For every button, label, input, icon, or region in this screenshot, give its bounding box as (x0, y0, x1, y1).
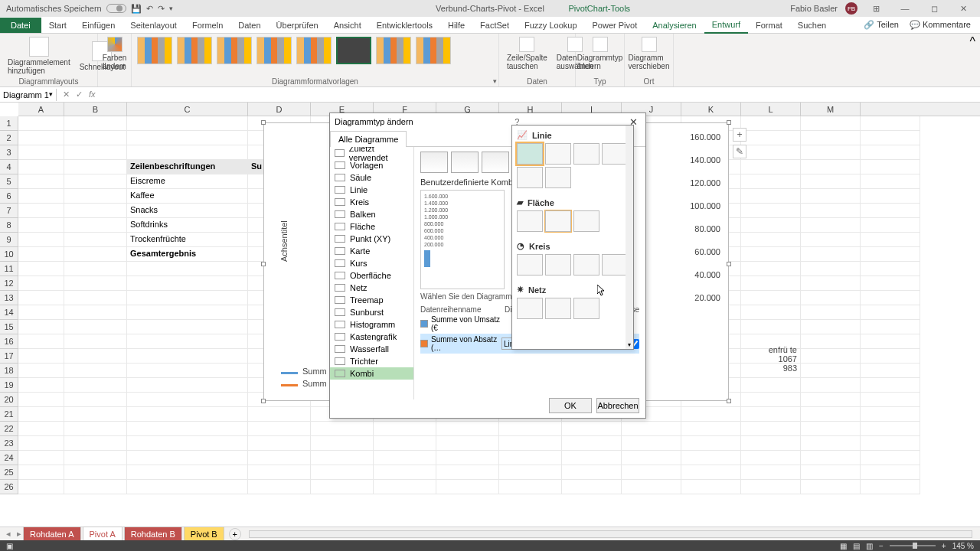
avatar[interactable]: FB (845, 2, 858, 15)
combo-subtype-2[interactable] (451, 152, 479, 173)
tab-seitenlayout[interactable]: Seitenlayout (122, 18, 185, 33)
cell[interactable]: Eiscreme (127, 174, 248, 189)
cell[interactable] (64, 334, 127, 349)
cell[interactable] (801, 451, 861, 465)
enter-fx-icon[interactable]: ✓ (76, 90, 83, 99)
cell[interactable] (127, 320, 248, 334)
chart-category-kastengrafik[interactable]: Kastengrafik (330, 331, 413, 343)
chart-category-oberflche[interactable]: Oberfläche (330, 269, 413, 282)
chart-style-7[interactable] (376, 37, 411, 64)
cell[interactable] (18, 218, 64, 233)
cell[interactable] (499, 465, 562, 480)
cell[interactable] (622, 422, 681, 436)
row-header[interactable]: 6 (0, 189, 18, 204)
cell[interactable] (801, 480, 861, 494)
cell[interactable] (248, 480, 311, 494)
cell[interactable] (248, 407, 311, 422)
row-header[interactable]: 1 (0, 116, 18, 131)
cell[interactable] (127, 436, 248, 451)
cell[interactable] (18, 116, 64, 131)
row-header[interactable]: 16 (0, 334, 18, 349)
cell[interactable] (127, 305, 248, 320)
row-header[interactable]: 10 (0, 247, 18, 262)
row-header[interactable]: 15 (0, 320, 18, 334)
cell[interactable] (861, 131, 920, 145)
cell[interactable] (801, 204, 861, 218)
row-header[interactable]: 19 (0, 378, 18, 393)
cell[interactable] (801, 422, 861, 436)
cell[interactable] (861, 364, 920, 378)
cell[interactable] (64, 465, 127, 480)
col-header-K[interactable]: K (681, 103, 741, 116)
row-header[interactable]: 26 (0, 480, 18, 494)
radar-type-3[interactable] (573, 298, 599, 319)
cell[interactable] (741, 465, 801, 480)
tab-nav-next-icon[interactable]: ▸ (17, 529, 21, 539)
cell[interactable] (18, 465, 64, 480)
cell[interactable] (18, 276, 64, 291)
cell[interactable] (64, 189, 127, 204)
cell[interactable] (562, 480, 622, 494)
row-header[interactable]: 11 (0, 262, 18, 276)
cell[interactable] (861, 174, 920, 189)
popup-scrollbar[interactable] (626, 126, 633, 349)
cell[interactable] (248, 451, 311, 465)
cell[interactable] (127, 276, 248, 291)
save-icon[interactable]: 💾 (131, 4, 142, 14)
cell[interactable] (681, 480, 741, 494)
tab-start[interactable]: Start (41, 18, 74, 33)
row-header[interactable]: 12 (0, 276, 18, 291)
row-header[interactable]: 24 (0, 451, 18, 465)
cell[interactable] (64, 378, 127, 393)
tab-formeln[interactable]: Formeln (185, 18, 230, 33)
maximize-icon[interactable]: ◻ (923, 4, 945, 14)
cell[interactable] (311, 436, 374, 451)
line-type-4[interactable] (602, 143, 628, 165)
chart-brush-icon[interactable]: ✎ (733, 145, 746, 158)
cell[interactable] (127, 364, 248, 378)
zoom-level[interactable]: 145 % (952, 542, 974, 550)
cell[interactable] (499, 480, 562, 494)
cell[interactable] (801, 407, 861, 422)
cell[interactable] (499, 422, 562, 436)
chart-category-sunburst[interactable]: Sunburst (330, 306, 413, 318)
cell[interactable]: Softdrinks (127, 218, 248, 233)
cell[interactable] (861, 276, 920, 291)
row-header[interactable]: 2 (0, 131, 18, 145)
change-chart-type-button[interactable]: Diagrammtyp ändern (580, 35, 619, 72)
cell[interactable] (741, 276, 801, 291)
cell[interactable] (18, 407, 64, 422)
cell[interactable] (861, 160, 920, 174)
row-header[interactable]: 4 (0, 160, 18, 174)
combo-subtype-3[interactable] (482, 152, 509, 173)
zoom-slider[interactable] (890, 545, 936, 546)
collapse-ribbon-icon[interactable]: ^ (965, 34, 980, 86)
comments-button[interactable]: 💬 Kommentare (910, 20, 971, 30)
cell[interactable] (64, 291, 127, 305)
sheet-pivot-b[interactable]: Pivot B (184, 527, 224, 542)
cell[interactable] (64, 145, 127, 160)
cell[interactable] (861, 349, 920, 364)
area-type-3[interactable] (573, 210, 599, 232)
row-header[interactable]: 17 (0, 349, 18, 364)
chart-category-kurs[interactable]: Kurs (330, 257, 413, 269)
cell[interactable] (741, 393, 801, 407)
cell[interactable] (801, 393, 861, 407)
cell[interactable] (127, 393, 248, 407)
cell[interactable] (64, 320, 127, 334)
chart-category-karte[interactable]: Karte (330, 245, 413, 257)
cell[interactable] (801, 116, 861, 131)
row-header[interactable]: 7 (0, 204, 18, 218)
row-header[interactable]: 22 (0, 422, 18, 436)
cell[interactable] (801, 218, 861, 233)
cell[interactable] (311, 480, 374, 494)
cell[interactable] (64, 393, 127, 407)
chart-style-8[interactable] (416, 37, 451, 64)
cell[interactable] (127, 291, 248, 305)
cell[interactable] (127, 465, 248, 480)
chart-category-trichter[interactable]: Trichter (330, 355, 413, 367)
cell[interactable] (127, 131, 248, 145)
cell[interactable] (436, 480, 499, 494)
cell[interactable]: Kaffee (127, 189, 248, 204)
cell[interactable] (374, 465, 436, 480)
